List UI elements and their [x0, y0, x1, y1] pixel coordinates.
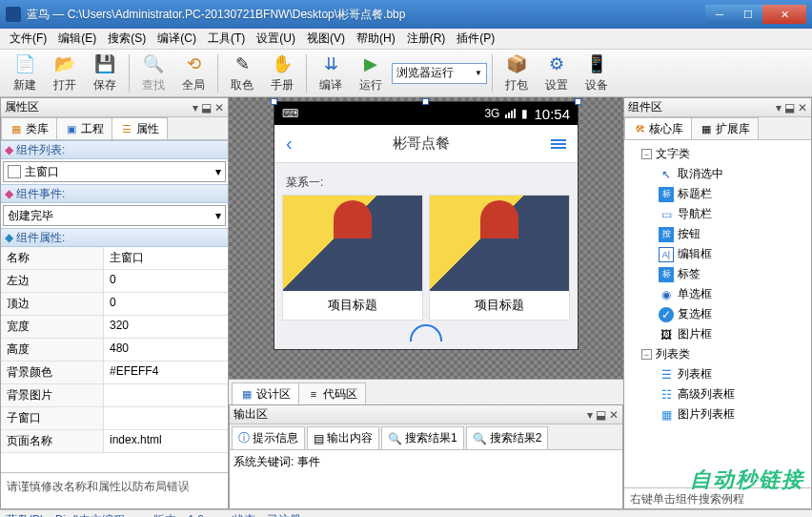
manual-icon: ✋: [271, 52, 294, 75]
prop-row[interactable]: 页面名称index.html: [1, 430, 228, 453]
menu-file[interactable]: 文件(F): [4, 29, 52, 49]
tree-item[interactable]: ☰列表框: [628, 364, 807, 384]
runmode-select[interactable]: 浏览器运行▼: [392, 63, 487, 84]
dock-icon[interactable]: ⬓: [596, 408, 606, 422]
open-button[interactable]: 📂打开: [46, 51, 84, 95]
global-icon: ⟲: [182, 52, 205, 75]
find-button[interactable]: 🔍查找: [134, 51, 173, 95]
tree-item[interactable]: 🖼图片框: [628, 324, 807, 344]
section-label: 菜系一:: [282, 171, 570, 195]
device-button[interactable]: 📱设备: [578, 51, 616, 95]
tab-lib[interactable]: ▦类库: [1, 117, 57, 139]
menu-plugin[interactable]: 插件(P): [451, 29, 500, 49]
tab-code[interactable]: ≡代码区: [298, 383, 366, 404]
phone-navbar: ‹ 彬哥点餐: [274, 125, 578, 163]
close-panel-icon[interactable]: ✕: [798, 101, 807, 114]
tab-design[interactable]: ▦设计区: [232, 383, 299, 404]
settings-button[interactable]: ⚙设置: [538, 51, 576, 95]
titlebar-icon: 标: [659, 187, 674, 202]
out-tab-res2[interactable]: 🔍搜索结果2: [466, 426, 549, 450]
tree-item[interactable]: ▦图片列表框: [628, 404, 807, 424]
global-button[interactable]: ⟲全局: [174, 51, 213, 95]
tree-item[interactable]: ☷高级列表框: [628, 384, 807, 404]
prop-row[interactable]: 背景图片: [1, 384, 228, 407]
tree-item[interactable]: ✓复选框: [628, 304, 807, 324]
tab-props[interactable]: ☰属性: [112, 117, 168, 139]
checkbox-icon: ✓: [659, 307, 674, 322]
menu-settings[interactable]: 设置(U): [251, 29, 301, 49]
manual-button[interactable]: ✋手册: [263, 51, 301, 95]
design-icon: ▦: [240, 387, 254, 401]
menu-help[interactable]: 帮助(H): [351, 29, 401, 49]
phone-preview[interactable]: ⌨ 3G ▮ 10:54 ‹ 彬哥点餐 菜系一: 项目标题: [274, 101, 579, 350]
menu-compile[interactable]: 编译(C): [152, 29, 202, 49]
prop-row[interactable]: 高度480: [1, 339, 228, 362]
device-icon: 📱: [585, 52, 608, 75]
network-label: 3G: [484, 107, 499, 120]
tree-category[interactable]: −列表类: [628, 344, 807, 364]
design-canvas[interactable]: ⌨ 3G ▮ 10:54 ‹ 彬哥点餐 菜系一: 项目标题: [229, 97, 623, 379]
pin-icon[interactable]: ▾: [776, 101, 782, 114]
menu-search[interactable]: 搜索(S): [102, 29, 152, 49]
tree-category[interactable]: −文字类: [628, 144, 807, 164]
tab-extlib[interactable]: ▦扩展库: [691, 117, 759, 139]
component-list-header: ◆组件列表:: [1, 140, 228, 159]
out-tab-res1[interactable]: 🔍搜索结果1: [381, 426, 464, 450]
home-indicator: [410, 324, 442, 341]
tree-item[interactable]: 标标签: [628, 264, 807, 284]
close-panel-icon[interactable]: ✕: [214, 101, 224, 114]
property-panel: 属性区 ▾⬓✕ ▦类库 ▣工程 ☰属性 ◆组件列表: 主窗口▾ ◆组件事件: 创…: [0, 97, 229, 509]
statusbar: 蓝鸟(BlueBird)中文编程 版本：1.0 状态：已注册: [0, 509, 812, 517]
chevron-down-icon: ▾: [215, 209, 221, 222]
maximize-button[interactable]: ☐: [734, 5, 762, 24]
prop-row[interactable]: 名称主窗口: [1, 247, 228, 270]
tree-item[interactable]: 标标题栏: [628, 184, 807, 204]
dock-icon[interactable]: ⬓: [201, 101, 212, 114]
component-select[interactable]: 主窗口▾: [3, 161, 226, 182]
event-select[interactable]: 创建完毕▾: [3, 205, 226, 226]
output-body[interactable]: 系统关键词: 事件: [230, 450, 622, 508]
center-area: ⌨ 3G ▮ 10:54 ‹ 彬哥点餐 菜系一: 项目标题: [229, 97, 623, 509]
close-panel-icon[interactable]: ✕: [609, 408, 619, 422]
advlist-icon: ☷: [659, 387, 674, 403]
menu-tools[interactable]: 工具(T): [202, 29, 251, 49]
menu-icon[interactable]: [551, 139, 566, 149]
pack-icon: 📦: [505, 52, 528, 75]
card-caption: 项目标题: [283, 291, 422, 320]
pack-button[interactable]: 📦打包: [497, 51, 536, 95]
prop-row[interactable]: 宽度320: [1, 316, 228, 339]
info-icon: ⓘ: [238, 430, 250, 446]
close-button[interactable]: ✕: [762, 5, 806, 24]
prop-row[interactable]: 左边0: [1, 270, 228, 293]
save-button[interactable]: 💾保存: [86, 51, 124, 95]
run-button[interactable]: ▶运行: [352, 51, 390, 95]
imglist-icon: ▦: [659, 407, 674, 423]
out-tab-tips[interactable]: ⓘ提示信息: [232, 426, 305, 450]
tree-item[interactable]: A|编辑框: [628, 244, 807, 264]
pickcolor-button[interactable]: ✎取色: [223, 51, 261, 95]
back-icon[interactable]: ‹: [286, 133, 293, 155]
menu-register[interactable]: 注册(R): [401, 29, 452, 49]
pin-icon[interactable]: ▾: [193, 101, 198, 114]
tab-corelib[interactable]: 🛠核心库: [624, 117, 692, 139]
dock-icon[interactable]: ⬓: [784, 101, 795, 114]
menu-edit[interactable]: 编辑(E): [52, 29, 102, 49]
card-item[interactable]: 项目标题: [282, 195, 423, 321]
pin-icon[interactable]: ▾: [587, 408, 593, 422]
radio-icon: ◉: [659, 287, 674, 302]
out-tab-content[interactable]: ▤输出内容: [307, 426, 379, 450]
collapse-icon[interactable]: −: [641, 349, 652, 360]
tree-item[interactable]: 按按钮: [628, 224, 807, 244]
prop-row[interactable]: 子窗口: [1, 407, 228, 430]
minimize-button[interactable]: ─: [705, 5, 734, 24]
compile-button[interactable]: ⇊编译: [312, 51, 350, 95]
prop-row[interactable]: 背景颜色#EFEFF4: [1, 362, 228, 384]
collapse-icon[interactable]: −: [641, 149, 652, 159]
tree-item[interactable]: ▭导航栏: [628, 204, 807, 224]
prop-row[interactable]: 顶边0: [1, 293, 228, 316]
card-item[interactable]: 项目标题: [429, 195, 570, 321]
new-button[interactable]: 📄新建: [6, 51, 44, 95]
menu-view[interactable]: 视图(V): [301, 29, 351, 49]
tab-project[interactable]: ▣工程: [56, 117, 112, 139]
tree-item[interactable]: ◉单选框: [628, 284, 807, 304]
